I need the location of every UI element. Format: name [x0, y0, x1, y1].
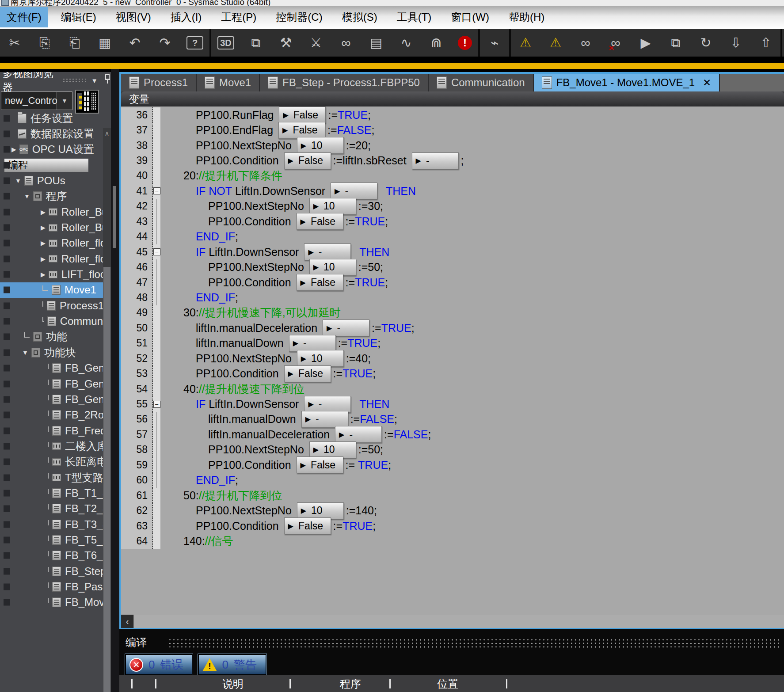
splitter-grip[interactable]: [113, 186, 116, 248]
scroll-left-icon[interactable]: ‹: [121, 615, 133, 628]
editor-horizontal-scrollbar[interactable]: ‹: [121, 615, 784, 628]
menu-item-V[interactable]: 视图(V): [109, 7, 158, 27]
tree-item-FB_Passw[interactable]: FB_Passw: [0, 579, 103, 594]
expand-arrow-icon[interactable]: ▶: [41, 209, 46, 216]
code-line-content[interactable]: liftIn.manualDeceleration ▶-:=FALSE;: [160, 427, 784, 442]
pin-icon[interactable]: [104, 74, 111, 87]
monitor-stop-icon[interactable]: ∞: [607, 36, 624, 49]
tree-item-Roller_flo[interactable]: ▶Roller_flo: [0, 236, 103, 251]
code-line-content[interactable]: liftIn.manualDown ▶-:=TRUE;: [160, 336, 784, 351]
watch-value-box[interactable]: ▶False: [284, 365, 331, 382]
tree-item-[interactable]: 数据跟踪设置: [0, 126, 103, 141]
fold-collapse-icon[interactable]: –: [153, 401, 160, 408]
watch-window-icon[interactable]: ∞: [338, 36, 354, 49]
code-line-content[interactable]: PP100.Condition ▶False:=TRUE;: [160, 518, 784, 533]
watch-value-box[interactable]: ▶10: [297, 137, 344, 154]
menu-item-T[interactable]: 工具(T): [390, 7, 438, 27]
help-document-icon[interactable]: ?: [186, 36, 203, 49]
tree-item-Roller_flo[interactable]: ▶Roller_flo: [0, 251, 103, 266]
tree-item-[interactable]: ▼程序: [0, 189, 103, 204]
tab-Process1[interactable]: Process1: [121, 74, 197, 91]
close-icon[interactable]: ✕: [703, 77, 711, 89]
tree-item-Roller_Bu[interactable]: ▶Roller_Bu: [0, 204, 103, 220]
code-line-content[interactable]: 40://提升机慢速下降到位: [160, 381, 784, 396]
code-line-content[interactable]: liftIn.manualDown ▶-:=FALSE;: [160, 412, 784, 427]
warning-online-a-icon[interactable]: ⚠: [517, 36, 534, 49]
editor-hscroll-thumb[interactable]: [133, 615, 784, 628]
code-line-content[interactable]: PP100.Condition ▶False:= TRUE;: [160, 457, 784, 472]
paste-icon[interactable]: ⎗: [66, 36, 83, 49]
tree-item-[interactable]: ▼功能块: [0, 345, 103, 360]
watch-value-box[interactable]: ▶-: [289, 335, 336, 352]
tree-item-Roller_Bu[interactable]: ▶Roller_Bu: [0, 220, 103, 235]
watch-value-box[interactable]: ▶-: [304, 396, 351, 413]
tree-item-FB_Gene[interactable]: FB_Gene: [0, 392, 103, 407]
tree-item-T[interactable]: T型支路: [0, 470, 103, 485]
st-code-editor[interactable]: 36PP100.RunFlag ▶False:=TRUE;37PP100.End…: [121, 106, 784, 628]
code-line-content[interactable]: PP100.Condition ▶False:=TRUE;: [160, 214, 784, 229]
tree-item-FB_T1_8I[interactable]: FB_T1_8I: [0, 485, 103, 501]
menu-item-C[interactable]: 控制器(C): [269, 7, 329, 27]
tree-item-POUs[interactable]: ▼POUs: [0, 173, 103, 188]
cross-reference-icon[interactable]: ⚔: [308, 36, 324, 49]
watch-value-box[interactable]: ▶10: [309, 441, 356, 458]
code-line-content[interactable]: IF LiftIn.DownSensor ▶- THEN: [160, 396, 784, 411]
download-to-controller-icon[interactable]: ⇩: [727, 36, 744, 49]
chevron-down-icon[interactable]: ▼: [91, 77, 98, 84]
expand-arrow-icon[interactable]: ▶: [11, 146, 16, 153]
tree-item-[interactable]: 长距离电: [0, 454, 103, 470]
watch-value-box[interactable]: ▶-: [304, 243, 351, 260]
code-line-content[interactable]: PP100.Condition ▶False:=liftIn.sbReset ▶…: [160, 153, 784, 168]
sidebar-scrollbar-thumb[interactable]: [103, 267, 110, 692]
synchronize-icon[interactable]: ↻: [697, 36, 714, 49]
upload-from-controller-icon[interactable]: ⇧: [757, 36, 774, 49]
collapse-arrow-icon[interactable]: ▼: [22, 349, 28, 356]
run-mode-icon[interactable]: ▶: [637, 36, 654, 49]
menu-item-E[interactable]: 编辑(E): [54, 7, 103, 27]
tree-item-FB_T5_2I[interactable]: FB_T5_2I: [0, 532, 103, 548]
tab-Communication[interactable]: Communication: [429, 74, 534, 91]
tree-item-Commun[interactable]: Commun: [0, 313, 103, 329]
code-line-content[interactable]: liftIn.manualDeceleration ▶-:=TRUE;: [160, 320, 784, 335]
expand-arrow-icon[interactable]: ▶: [41, 240, 46, 247]
code-line-content[interactable]: PP100.NextStepNo ▶10:=20;: [160, 138, 784, 153]
tree-item-FB_2Roll[interactable]: FB_2Roll: [0, 407, 103, 423]
tree-item-FB_Move[interactable]: FB_Move: [0, 595, 103, 610]
code-line-content[interactable]: 50://提升机下降到位: [160, 488, 784, 503]
watch-value-box[interactable]: ▶False: [297, 213, 343, 230]
monitor-glasses-icon[interactable]: ∞: [577, 36, 594, 49]
tree-item-FB_T3_8I[interactable]: FB_T3_8I: [0, 517, 103, 532]
scroll-up-icon[interactable]: ∧: [103, 128, 111, 139]
code-line-content[interactable]: END_IF;: [160, 229, 784, 244]
expand-arrow-icon[interactable]: ▶: [41, 255, 46, 262]
tree-item-FB_Gene[interactable]: FB_Gene: [0, 361, 103, 376]
watch-value-box[interactable]: ▶False: [297, 456, 343, 473]
menu-item-P[interactable]: 工程(P): [214, 7, 263, 27]
code-line-content[interactable]: END_IF;: [160, 473, 784, 488]
expand-arrow-icon[interactable]: ▶: [41, 224, 46, 231]
watch-value-box[interactable]: ▶-: [323, 319, 369, 336]
menu-item-F[interactable]: 文件(F): [0, 7, 48, 27]
code-line-content[interactable]: PP100.NextStepNo ▶10:=40;: [160, 351, 784, 366]
program-transfer-icon[interactable]: ⧉: [667, 36, 684, 49]
tab-FB_Move1_Move1_MOVE_1[interactable]: FB_Move1 - Move1.MOVE_1✕: [534, 74, 720, 91]
tab-Move1[interactable]: Move1: [197, 74, 260, 91]
watch-value-box[interactable]: ▶False: [284, 152, 331, 169]
watch-value-box[interactable]: ▶10: [309, 259, 356, 276]
3d-view-icon[interactable]: 3D: [217, 36, 234, 49]
tree-item-[interactable]: 功能: [0, 329, 103, 345]
copy-icon[interactable]: ⎘: [36, 36, 53, 49]
code-line-content[interactable]: IF LiftIn.DownSensor ▶- THEN: [160, 244, 784, 259]
code-line-content[interactable]: PP100.Condition ▶False:=TRUE;: [160, 275, 784, 290]
tree-item-Process1[interactable]: Process1: [0, 298, 103, 313]
watch-value-box[interactable]: ▶-: [335, 426, 382, 443]
new-window-icon[interactable]: ⧉: [247, 36, 264, 49]
code-line-content[interactable]: IF NOT LiftIn.DownSensor ▶- THEN: [160, 183, 784, 198]
tree-item-[interactable]: 任务设置: [0, 110, 103, 126]
tree-item-FB_Frequ[interactable]: FB_Frequ: [0, 423, 103, 438]
search-icon[interactable]: ⋒: [428, 36, 445, 49]
tab-FB_Step_Process1_FBPP50[interactable]: FB_Step - Process1.FBPP50: [260, 74, 429, 91]
tree-item-Move1[interactable]: Move1: [0, 282, 103, 298]
undo-icon[interactable]: ↶: [126, 36, 143, 49]
redo-icon[interactable]: ↷: [156, 36, 173, 49]
